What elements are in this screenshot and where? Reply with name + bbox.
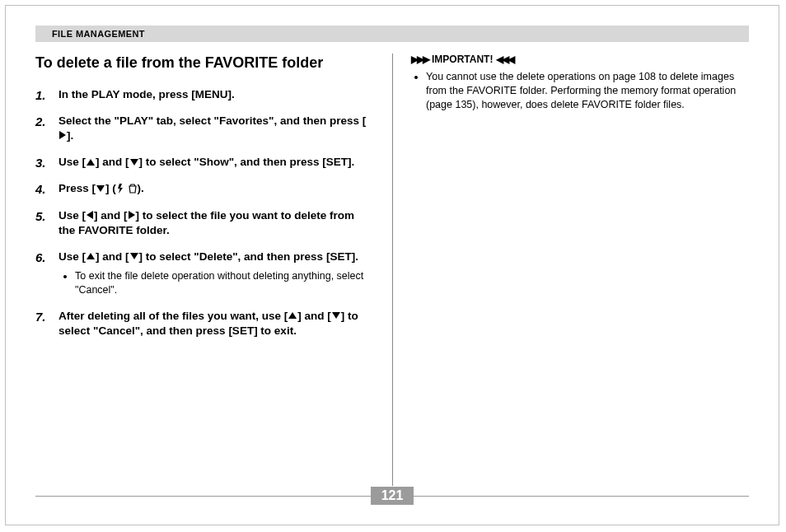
important-arrows-left-icon: ▶▶▶ — [411, 54, 428, 65]
triangle-left-icon — [87, 211, 93, 219]
page-number-bar: 121 — [35, 487, 749, 505]
step-text: ] to select "Delete", and then press [SE… — [139, 250, 358, 263]
triangle-up-icon — [87, 253, 95, 259]
flash-icon — [117, 184, 124, 194]
divider-line — [35, 496, 371, 497]
step-text: ] and [ — [94, 209, 128, 222]
step-6-sublist: To exit the file delete operation withou… — [58, 269, 374, 297]
step-4: Press [] ( ). — [35, 181, 374, 196]
step-2: Select the "PLAY" tab, select "Favorites… — [35, 114, 374, 143]
triangle-right-icon — [129, 211, 135, 219]
step-text: Use [ — [58, 156, 86, 168]
step-text: In the PLAY mode, press [MENU]. — [58, 88, 235, 100]
step-text: ). — [138, 182, 144, 194]
triangle-down-icon — [96, 185, 105, 192]
manual-page: FILE MANAGEMENT To delete a file from th… — [5, 5, 779, 525]
triangle-down-icon — [332, 312, 340, 319]
step-text: Use [ — [58, 250, 86, 263]
right-column: ▶▶▶ IMPORTANT! ◀◀◀ You cannot use the de… — [392, 54, 749, 486]
triangle-down-icon — [130, 253, 138, 259]
section-header-text: FILE MANAGEMENT — [52, 29, 145, 39]
step-3: Use [] and [] to select "Show", and then… — [35, 155, 374, 170]
step-text: After deleting all of the files you want… — [58, 310, 288, 322]
page-number: 121 — [371, 487, 414, 505]
important-item: You cannot use the delete operations on … — [426, 70, 749, 112]
step-text: ] and [ — [96, 250, 129, 263]
step-5: Use [] and [] to select the file you wan… — [35, 208, 374, 238]
step-text: ]. — [67, 129, 73, 142]
step-text: Select the "PLAY" tab, select "Favorites… — [58, 114, 366, 127]
step-text: ] and [ — [297, 310, 331, 322]
important-heading: ▶▶▶ IMPORTANT! ◀◀◀ — [411, 54, 749, 65]
left-column: To delete a file from the FAVORITE folde… — [35, 54, 392, 486]
important-list: You cannot use the delete operations on … — [411, 70, 749, 112]
procedure-title: To delete a file from the FAVORITE folde… — [35, 54, 374, 72]
section-header: FILE MANAGEMENT — [35, 26, 749, 42]
divider-line — [414, 496, 749, 497]
content-columns: To delete a file from the FAVORITE folde… — [35, 54, 749, 486]
triangle-right-icon — [59, 131, 66, 139]
important-label-text: IMPORTANT! — [432, 54, 493, 65]
step-text: Press [ — [58, 182, 96, 194]
step-6: Use [] and [] to select "Delete", and th… — [35, 250, 374, 297]
triangle-up-icon — [288, 312, 297, 319]
triangle-up-icon — [87, 159, 95, 166]
important-arrows-right-icon: ◀◀◀ — [496, 54, 513, 65]
step-text: Use [ — [58, 209, 86, 222]
step-text: ] ( — [105, 182, 116, 194]
steps-list: In the PLAY mode, press [MENU]. Select t… — [35, 87, 374, 339]
triangle-down-icon — [130, 159, 138, 166]
trash-icon — [129, 184, 137, 194]
step-7: After deleting all of the files you want… — [35, 309, 374, 338]
step-6-subitem: To exit the file delete operation withou… — [75, 269, 374, 297]
step-1: In the PLAY mode, press [MENU]. — [35, 87, 374, 102]
step-text: ] to select "Show", and then press [SET]… — [139, 156, 355, 168]
step-text: ] and [ — [96, 156, 129, 168]
